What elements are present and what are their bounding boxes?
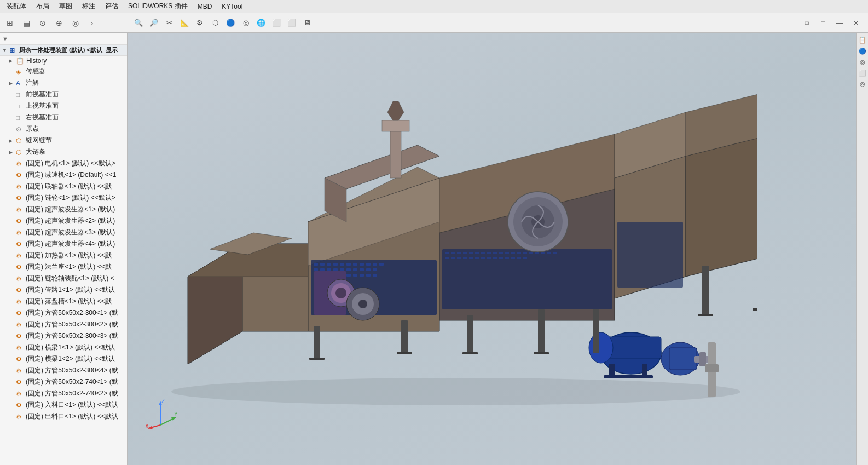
menu-item-annotation[interactable]: 标注	[78, 1, 100, 12]
tree-item-sensor[interactable]: ◈ 传感器	[0, 66, 127, 77]
tree-item-motor[interactable]: ⚙ (固定) 电机<1> (默认) <<默认>	[0, 158, 127, 169]
toolbar-btn-config[interactable]: ⊙	[35, 15, 50, 31]
tree-label-ultrasonic4: (固定) 超声波发生器<4> (默认)	[26, 239, 115, 249]
tree-item-inlet[interactable]: ⚙ (固定) 入料口<1> (默认) <<默认	[0, 399, 127, 411]
tree-arrow-tube740-2	[9, 391, 14, 397]
toolbar-row: ⊞ ▤ ⊙ ⊕ ◎ › 🔍 🔎 ✂ 📐 ⚙ ⬡ 🔵 ◎ 🌐 ⬜ ⬜ 🖥 ⧉ □ …	[0, 13, 868, 33]
tree-item-beam1[interactable]: ⚙ (固定) 横梁1<1> (默认) <<默认	[0, 342, 127, 353]
tree-item-beam2[interactable]: ⚙ (固定) 横梁1<2> (默认) <<默认	[0, 353, 127, 365]
tree-arrow-chain2: ▶	[9, 150, 14, 155]
toolbar-square2-icon[interactable]: ⬜	[285, 16, 298, 29]
tree-item-chain1[interactable]: ▶ ⬡ 链网链节	[0, 135, 127, 146]
svg-point-97	[589, 332, 613, 363]
toolbar-btn-appearance[interactable]: ◎	[68, 15, 83, 31]
toolbar-btn-dim[interactable]: ⊕	[51, 15, 67, 31]
tree-root[interactable]: ▼ ⊞ 厨余一体处理装置 (默认) <默认_显示	[0, 45, 127, 56]
svg-rect-25	[346, 268, 351, 271]
tree-label-annotation: 注解	[26, 78, 39, 88]
toolbar-monitor-icon[interactable]: 🖥	[300, 16, 314, 29]
svg-rect-11	[327, 263, 331, 266]
right-btn-1[interactable]: 📋	[858, 35, 867, 45]
svg-text:X: X	[145, 423, 149, 429]
tree-arrow-annotation: ▶	[9, 81, 14, 86]
toolbar-btn-feature[interactable]: ⊞	[2, 15, 18, 31]
tree-item-ultrasonic1[interactable]: ⚙ (固定) 超声波发生器<1> (默认)	[0, 204, 127, 215]
tree-item-ultrasonic4[interactable]: ⚙ (固定) 超声波发生器<4> (默认)	[0, 238, 127, 250]
right-btn-4[interactable]: ⬜	[858, 68, 867, 78]
svg-rect-61	[481, 252, 485, 254]
svg-rect-75	[451, 257, 455, 259]
tree-item-tray[interactable]: ⚙ (固定) 落盘槽<1> (默认) <<默	[0, 296, 127, 307]
toolbar-settings-icon[interactable]: ⚙	[193, 16, 206, 29]
right-btn-5[interactable]: ◎	[858, 79, 867, 89]
right-btn-2[interactable]: 🔵	[858, 46, 867, 56]
viewport[interactable]: Z Y X	[128, 33, 856, 465]
menu-item-mbd[interactable]: MBD	[193, 2, 217, 12]
tree-item-heater[interactable]: ⚙ (固定) 加热器<1> (默认) <<默	[0, 250, 127, 261]
tree-item-coupling[interactable]: ⚙ (固定) 联轴器<1> (默认) <<默	[0, 181, 127, 192]
tree-item-tube300-4[interactable]: ⚙ (固定) 方管50x50x2-300<4> (默	[0, 365, 127, 376]
svg-rect-15	[353, 263, 357, 266]
toolbar-globe-icon[interactable]: 🌐	[254, 16, 268, 29]
toolbar-square1-icon[interactable]: ⬜	[270, 16, 283, 29]
tree-item-chain2[interactable]: ▶ ⬡ 大链条	[0, 146, 127, 158]
svg-rect-128	[593, 309, 599, 353]
tree-item-sprocketshaft[interactable]: ⚙ (固定) 链轮轴装配<1> (默认) <	[0, 273, 127, 284]
svg-rect-129	[702, 266, 709, 315]
menu-item-assembly[interactable]: 装配体	[2, 1, 31, 12]
tree-item-tube740-2[interactable]: ⚙ (固定) 方管50x50x2-740<2> (默	[0, 388, 127, 399]
toolbar-measure-icon[interactable]: 📐	[178, 16, 191, 29]
tree-item-tube300-3[interactable]: ⚙ (固定) 方管50x50x2-300<3> (默	[0, 330, 127, 342]
coord-indicator: Z Y X	[144, 398, 177, 432]
toolbar-btn-property[interactable]: ▤	[19, 15, 34, 31]
tree-icon-sprocket: ⚙	[16, 194, 24, 202]
toolbar-search-icon[interactable]: 🔍	[132, 16, 145, 29]
window-max-btn[interactable]: □	[815, 15, 831, 31]
tree-item-reducer[interactable]: ⚙ (固定) 减速机<1> (Default) <<1	[0, 169, 127, 181]
tree-item-history[interactable]: ▶ 📋 History	[0, 56, 127, 66]
window-min-btn[interactable]: —	[832, 15, 847, 31]
toolbar-target-icon[interactable]: ◎	[239, 16, 252, 29]
window-close-btn[interactable]: ✕	[848, 15, 864, 31]
toolbar-zoom-icon[interactable]: 🔎	[147, 16, 160, 29]
tree-item-ultrasonic2[interactable]: ⚙ (固定) 超声波发生器<2> (默认)	[0, 215, 127, 227]
tree-label-motor: (固定) 电机<1> (默认) <<默认>	[26, 159, 115, 168]
menu-item-layout[interactable]: 布局	[32, 1, 54, 12]
tree-item-tube300-2[interactable]: ⚙ (固定) 方管50x50x2-300<2> (默	[0, 319, 127, 330]
menu-item-kytool[interactable]: KYTool	[217, 2, 247, 12]
menu-item-solidworks-plugin[interactable]: SOLIDWORKS 插件	[124, 1, 192, 12]
window-restore-btn[interactable]: ⧉	[799, 15, 814, 31]
tree-icon-motor: ⚙	[16, 160, 24, 168]
tree-item-tube740-1[interactable]: ⚙ (固定) 方管50x50x2-740<1> (默	[0, 376, 127, 388]
menu-item-evaluate[interactable]: 评估	[101, 1, 123, 12]
svg-text:Z: Z	[161, 398, 165, 404]
toolbar-cut-icon[interactable]: ✂	[163, 16, 176, 29]
svg-point-46	[358, 300, 367, 308]
toolbar-hex-icon[interactable]: ⬡	[209, 16, 222, 29]
svg-rect-18	[373, 263, 377, 266]
tree-item-tube300-1[interactable]: ⚙ (固定) 方管50x50x2-300<1> (默	[0, 307, 127, 319]
tree-item-flange[interactable]: ⚙ (固定) 法兰座<1> (默认) <<默	[0, 261, 127, 273]
toolbar-btn-more[interactable]: ›	[84, 15, 100, 31]
right-btn-3[interactable]: ◎	[858, 57, 867, 67]
menu-item-sketch[interactable]: 草图	[55, 1, 77, 12]
tree-item-ultrasonic3[interactable]: ⚙ (固定) 超声波发生器<3> (默认)	[0, 227, 127, 238]
tree-item-annotation[interactable]: ▶ A 注解	[0, 77, 127, 89]
svg-rect-134	[462, 352, 478, 354]
tree-item-top-plane[interactable]: □ 上视基准面	[0, 100, 127, 112]
tree-item-right-plane[interactable]: □ 右视基准面	[0, 112, 127, 123]
tree-item-front-plane[interactable]: □ 前视基准面	[0, 89, 127, 100]
tree-item-origin[interactable]: ⊙ 原点	[0, 123, 127, 135]
tree-item-pipe1[interactable]: ⚙ (固定) 管路1<1> (默认) <<默认	[0, 284, 127, 296]
tree-icon-sensor: ◈	[16, 68, 24, 76]
tree-item-outlet[interactable]: ⚙ (固定) 出料口<1> (默认) <<默认	[0, 411, 127, 422]
filter-icon[interactable]: ▼	[2, 36, 8, 42]
tree-icon-pipe1: ⚙	[16, 286, 24, 294]
svg-rect-87	[523, 257, 527, 259]
toolbar-circle-icon[interactable]: 🔵	[224, 16, 237, 29]
tree-label-flange: (固定) 法兰座<1> (默认) <<默	[26, 262, 112, 272]
svg-rect-106	[705, 364, 719, 372]
svg-rect-22	[327, 268, 331, 271]
tree-arrow-tube740-1	[9, 380, 14, 385]
tree-item-sprocket[interactable]: ⚙ (固定) 链轮<1> (默认) <<默认>	[0, 192, 127, 204]
